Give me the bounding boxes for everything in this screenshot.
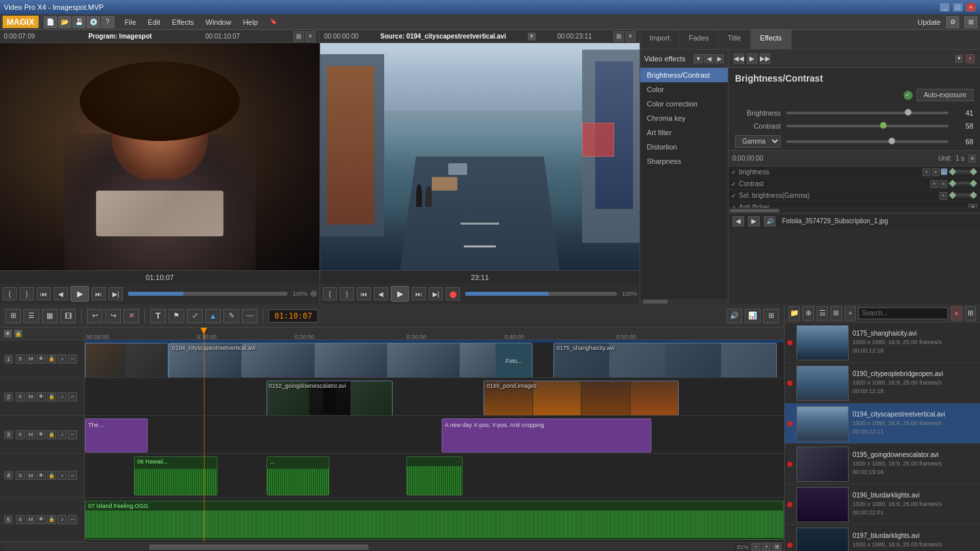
- source-dropdown[interactable]: ▼: [528, 33, 536, 40]
- tc-m-2[interactable]: M: [26, 392, 35, 401]
- effect-close-btn[interactable]: ×: [966, 54, 975, 63]
- gamma-select[interactable]: Gamma: [735, 135, 781, 148]
- tc-eye-5[interactable]: 👁: [37, 515, 46, 524]
- effect-down-arrow[interactable]: ▼: [955, 55, 963, 63]
- tl-cursor-btn[interactable]: ▲: [205, 309, 221, 323]
- media-item-0194[interactable]: 0194_cityscapestreetvertical.avi 1920 x …: [785, 403, 980, 444]
- audio-clip-2[interactable]: ...: [267, 456, 329, 496]
- menu-window[interactable]: Window: [201, 17, 237, 27]
- tl-undo-btn[interactable]: ↩: [87, 309, 103, 323]
- menu-file[interactable]: File: [120, 17, 142, 27]
- effect-fwd-btn[interactable]: ▶▶: [760, 54, 770, 64]
- gamma-slider[interactable]: [786, 140, 949, 143]
- effect-chroma-key[interactable]: Chroma key: [640, 111, 728, 125]
- kf-del-brightness[interactable]: ×: [932, 168, 939, 176]
- filepath-fwd-btn[interactable]: ▶: [748, 216, 760, 227]
- track-visibility-all[interactable]: 👁: [4, 330, 12, 338]
- kf-add-gamma[interactable]: +: [939, 192, 947, 200]
- left-next-marker[interactable]: ▶|: [108, 287, 123, 300]
- tab-title[interactable]: Title: [719, 30, 751, 49]
- media-close-btn[interactable]: ×: [951, 306, 962, 321]
- media-add-btn[interactable]: ＋: [845, 306, 856, 321]
- settings-icon[interactable]: ⚙: [946, 16, 959, 28]
- text-clip-2[interactable]: A new day X-pos. Y-pos. Anti cropping: [442, 418, 651, 452]
- tc-s-3[interactable]: S: [16, 430, 25, 439]
- menu-extra[interactable]: 🔖: [265, 17, 282, 27]
- effects-nav-left[interactable]: ◀: [704, 54, 713, 63]
- media-item-0195[interactable]: 0195_goingdownescalator.avi 1920 x 1080,…: [785, 444, 980, 484]
- effect-sharpness[interactable]: Sharpness: [640, 154, 728, 168]
- tc-lock-2[interactable]: 🔒: [47, 392, 56, 401]
- tc-eye-3[interactable]: 👁: [37, 430, 46, 439]
- tl-fullscreen-btn[interactable]: ⊞: [772, 543, 781, 551]
- media-expand-btn[interactable]: ⊞: [965, 306, 976, 321]
- h-scrollbar[interactable]: [3, 544, 734, 550]
- tl-move-btn[interactable]: ⤢: [187, 309, 203, 323]
- tl-snap-btn[interactable]: ⊞: [5, 309, 21, 323]
- burn-button[interactable]: 💿: [87, 16, 100, 28]
- left-mark-out[interactable]: }: [20, 287, 34, 300]
- effect-distortion[interactable]: Distortion: [640, 140, 728, 154]
- left-progress-bar[interactable]: [128, 292, 287, 296]
- right-progress-bar[interactable]: [465, 292, 617, 296]
- right-next-marker[interactable]: ▶|: [429, 287, 443, 300]
- tc-m-5[interactable]: M: [26, 515, 35, 524]
- maximize-button[interactable]: □: [953, 3, 963, 12]
- right-record-btn[interactable]: ⬤: [446, 287, 460, 300]
- tl-expand-btn[interactable]: ⊞: [763, 309, 779, 323]
- left-play-button[interactable]: ▶: [71, 286, 89, 302]
- tl-redo-btn[interactable]: ↪: [105, 309, 121, 323]
- effects-dropdown[interactable]: ▼: [694, 54, 703, 63]
- effect-art-filter[interactable]: Art filter: [640, 125, 728, 140]
- filepath-back-btn[interactable]: ◀: [732, 216, 744, 227]
- tc-lock-4[interactable]: 🔒: [47, 471, 56, 480]
- brightness-slider[interactable]: [786, 112, 949, 114]
- media-folder-btn[interactable]: 📁: [789, 306, 800, 321]
- audio-clip-3[interactable]: [406, 456, 463, 496]
- effect-color-correction[interactable]: Color correction: [640, 97, 728, 111]
- tab-fades[interactable]: Fades: [679, 30, 719, 49]
- menu-edit[interactable]: Edit: [142, 17, 165, 27]
- tl-grid-btn[interactable]: ▦: [42, 309, 57, 323]
- contrast-slider[interactable]: [786, 125, 949, 127]
- tc-s-4[interactable]: S: [16, 471, 25, 480]
- right-play-button[interactable]: ▶: [391, 286, 409, 302]
- tl-list-btn[interactable]: ☰: [24, 309, 39, 323]
- left-prev-marker[interactable]: ⏮: [37, 287, 51, 300]
- tl-wave-btn[interactable]: 〰: [242, 309, 257, 323]
- kf-add-brightness[interactable]: +: [923, 168, 930, 176]
- zoom-in-btn[interactable]: +: [762, 543, 771, 551]
- left-play-rev[interactable]: ◀: [54, 287, 68, 300]
- text-clip-1[interactable]: The ...: [85, 418, 148, 452]
- audio-clip-1[interactable]: 06 Hawaii...: [134, 456, 218, 496]
- media-grid-btn[interactable]: ⊞: [830, 306, 841, 321]
- media-item-0190[interactable]: 0190_citypeoplebridgeopen.avi 1920 x 108…: [785, 363, 980, 403]
- zoom-out-btn[interactable]: −: [751, 543, 760, 551]
- tl-vol-btn[interactable]: 🔊: [727, 309, 742, 323]
- media-item-0175[interactable]: 0175_shanghaicity.avi 1920 x 1080, 16:9,…: [785, 323, 980, 363]
- kf-settings-btn[interactable]: ⚙: [968, 155, 976, 163]
- tc-lock-1[interactable]: 🔒: [47, 354, 56, 364]
- menu-effects[interactable]: Effects: [167, 17, 199, 27]
- tc-vol-5[interactable]: ♪: [57, 515, 67, 524]
- tc-eye-4[interactable]: 👁: [37, 471, 46, 480]
- track-mute-all[interactable]: 🔒: [14, 330, 22, 338]
- clip-1-1[interactable]: [85, 343, 169, 378]
- tc-m-3[interactable]: M: [26, 430, 35, 439]
- effect-nav-btn[interactable]: ▶: [747, 54, 757, 64]
- clip-2-2[interactable]: 0165_pond.images: [483, 381, 679, 416]
- tab-effects[interactable]: Effects: [751, 30, 791, 49]
- tl-waveform-btn[interactable]: 📊: [745, 309, 760, 323]
- tc-lock-5[interactable]: 🔒: [47, 515, 56, 524]
- menu-help[interactable]: Help: [238, 17, 263, 27]
- kf-del-contrast[interactable]: ×: [939, 180, 947, 188]
- tc-vol-1[interactable]: ♪: [57, 354, 67, 364]
- open-button[interactable]: 📂: [58, 16, 71, 28]
- right-mark-in[interactable]: {: [323, 287, 337, 300]
- tc-eye-1[interactable]: 👁: [37, 354, 46, 364]
- tab-import[interactable]: Import: [640, 30, 679, 49]
- tc-lock-3[interactable]: 🔒: [47, 430, 56, 439]
- right-prev-marker[interactable]: ⏮: [357, 287, 371, 300]
- media-import-btn[interactable]: ⊕: [802, 306, 813, 321]
- new-button[interactable]: 📄: [44, 16, 57, 28]
